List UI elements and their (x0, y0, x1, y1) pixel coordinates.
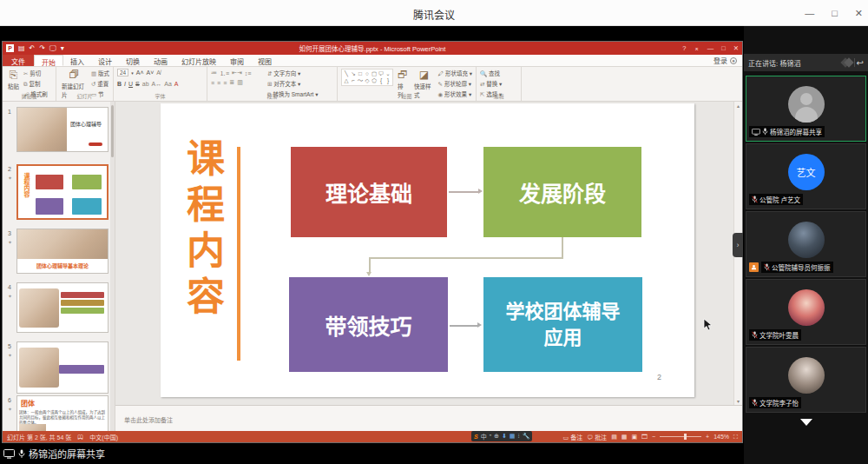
shape-gallery[interactable]: ╲↘□○▢🗩⌄ △⌐〜◇⬠{} (341, 69, 393, 86)
triangle-shape-icon[interactable]: △ (343, 77, 350, 84)
tab-review[interactable]: 审阅 (223, 55, 251, 66)
restore-icon[interactable]: □ (832, 8, 838, 18)
slide-box-theory[interactable]: 理论基础 (291, 147, 447, 237)
italic-button[interactable]: I (124, 81, 126, 87)
align-center-icon[interactable]: ≡ (217, 80, 220, 86)
tab-file[interactable]: 文件 (3, 55, 34, 66)
tab-animations[interactable]: 动画 (147, 55, 174, 66)
ppt-ribbon-collapse-icon[interactable]: ⌅ (694, 44, 699, 52)
participant-tile-2[interactable]: 艺文 公管院 卢艺文 (746, 143, 866, 209)
text-direction-button[interactable]: ⇵ 文字方向 ▾ (267, 69, 319, 77)
tab-slideshow[interactable]: 幻灯片放映 (174, 55, 223, 66)
ppt-close-icon[interactable]: ✕ (733, 44, 739, 52)
reading-view-icon[interactable]: ▣ (631, 434, 637, 441)
thumbnail-scrollbar[interactable] (110, 102, 115, 431)
replace-button[interactable]: ⇄ 替换 ▾ (480, 79, 502, 88)
lshape-icon[interactable]: ⌐ (350, 77, 357, 84)
language-indicator[interactable]: 中文(中国) (89, 433, 118, 441)
diamond-shape-icon[interactable]: ◇ (364, 77, 371, 84)
powerpoint-logo-icon[interactable]: P (6, 44, 14, 52)
slide-thumbnail-6[interactable]: 团体 团体：一般由两个或两个以上的人组成，为了达到共同的目标，彼此相互依赖和相互… (16, 395, 108, 431)
slide-thumbnail-1[interactable]: 团体心理辅导 (16, 107, 108, 152)
bold-button[interactable]: B (117, 81, 122, 87)
copy-button[interactable]: ⧉ 复制 (23, 79, 48, 88)
zoom-slider[interactable] (660, 436, 701, 438)
columns-icon[interactable]: ▥ (237, 79, 243, 86)
underline-button[interactable]: U (128, 81, 133, 87)
line-shape-icon[interactable]: ╲ (343, 70, 350, 77)
collapse-panel-icon[interactable]: ↩ (857, 58, 864, 68)
grow-font-icon[interactable]: A˄ (136, 70, 144, 76)
callout-shape-icon[interactable]: 🗩 (378, 70, 385, 77)
scroll-down-icon[interactable]: ▾ (734, 398, 742, 404)
tab-view[interactable]: 视图 (251, 55, 279, 66)
comments-toggle-button[interactable]: 🗩 批注 (587, 433, 607, 441)
clear-format-icon[interactable]: A̸ (156, 70, 161, 76)
participant-tile-4[interactable]: 文学院叶雯晨 (746, 279, 866, 345)
zoom-out-icon[interactable]: − (652, 434, 655, 440)
slide-box-skills[interactable]: 带领技巧 (289, 277, 448, 372)
slideshow-icon[interactable]: 🖵 (49, 44, 56, 53)
shape-fill-button[interactable]: 🖍 形状填充 ▾ (438, 69, 472, 77)
slide-box-application[interactable]: 学校团体辅导 应用 (483, 277, 642, 372)
more-shapes-icon[interactable]: ⌄ (385, 70, 391, 77)
redo-icon[interactable]: ↷ (39, 44, 45, 52)
notes-pane[interactable]: 单击此处添加备注 (115, 405, 742, 431)
tab-design[interactable]: 设计 (91, 55, 119, 66)
paste-button[interactable]: ⎘ 粘贴 (6, 69, 21, 91)
slide-thumbnail-3[interactable]: 团体心理辅导基本理论 (16, 229, 108, 274)
ppt-restore-icon[interactable]: □ (721, 44, 726, 52)
align-right-icon[interactable]: ≡ (223, 80, 227, 86)
qat-dropdown-icon[interactable]: ▾ (61, 44, 64, 52)
ime-keyboard-icon[interactable]: ▦ (510, 433, 516, 440)
normal-view-icon[interactable]: ▤ (611, 434, 617, 441)
oval-shape-icon[interactable]: ○ (364, 70, 371, 77)
ppt-help-icon[interactable]: ? (682, 44, 686, 52)
zoom-slider-thumb[interactable] (684, 434, 687, 440)
line-spacing-icon[interactable]: ↕≡ (245, 70, 252, 76)
panel-expand-handle[interactable]: › (733, 233, 743, 257)
ime-more-icon[interactable]: ⁝ (517, 433, 519, 440)
slide-thumbnail-2[interactable]: 课程内容 (16, 164, 108, 220)
participant-tile-1[interactable]: 杨锦滔的屏幕共享 (746, 76, 866, 142)
pentagon-shape-icon[interactable]: ⬠ (371, 77, 378, 84)
rect-shape-icon[interactable]: □ (357, 70, 364, 77)
slide-box-stages[interactable]: 发展阶段 (483, 147, 641, 237)
close-icon[interactable]: ✕ (855, 8, 863, 19)
save-icon[interactable]: ▤ (18, 44, 25, 52)
scroll-participants-down-icon[interactable] (800, 419, 812, 426)
font-size-select[interactable]: 24 (117, 69, 128, 76)
notes-toggle-button[interactable]: ▭ 备注 (563, 433, 583, 441)
font-size-dropdown-icon[interactable]: ▾ (131, 70, 134, 76)
spellcheck-icon[interactable]: 🕮 (77, 434, 83, 440)
numbering-icon[interactable]: ⒈≡ (220, 69, 229, 77)
tab-home[interactable]: 开始 (34, 55, 63, 66)
spacing-button[interactable]: A↔ (152, 81, 162, 87)
shrink-font-icon[interactable]: A˅ (147, 70, 155, 76)
bullets-icon[interactable]: ≔ (211, 70, 217, 76)
slide-vertical-title[interactable]: 课程内容 (174, 138, 230, 322)
indent-icons[interactable]: ⇤⇥ (232, 70, 242, 76)
case-button[interactable]: Aa (164, 81, 172, 87)
ime-mode-icon[interactable]: 中 (481, 432, 487, 441)
participant-tile-3[interactable]: 公管院辅导员何振振 (746, 211, 866, 277)
rounded-rect-shape-icon[interactable]: ▢ (371, 70, 378, 77)
reset-button[interactable]: ↺ 重置 (91, 79, 109, 88)
ime-punct-icon[interactable]: ” (490, 434, 491, 440)
minimize-icon[interactable]: — (805, 8, 814, 18)
curve-shape-icon[interactable]: 〜 (357, 77, 364, 84)
ime-download-icon[interactable]: ⬇ (502, 433, 507, 440)
shape-outline-button[interactable]: ✎ 形状轮廓 ▾ (438, 79, 472, 88)
scroll-up-icon[interactable]: ▴ (734, 103, 742, 109)
fit-to-window-icon[interactable]: ⛶ (733, 434, 738, 441)
tab-insert[interactable]: 插入 (63, 55, 91, 66)
justify-icon[interactable]: ≣ (229, 79, 234, 86)
sign-in-button[interactable]: 登录● (713, 55, 742, 66)
align-text-button[interactable]: ⊞ 对齐文本 ▾ (267, 79, 319, 88)
ppt-minimize-icon[interactable]: — (707, 44, 714, 52)
participant-tile-5[interactable]: 文学院李子怡 (746, 347, 866, 413)
ime-emoji-icon[interactable]: ⊕ (494, 433, 499, 440)
zoom-in-icon[interactable]: + (706, 434, 709, 440)
align-left-icon[interactable]: ≡ (211, 80, 214, 86)
font-color-button[interactable]: A (174, 81, 179, 87)
